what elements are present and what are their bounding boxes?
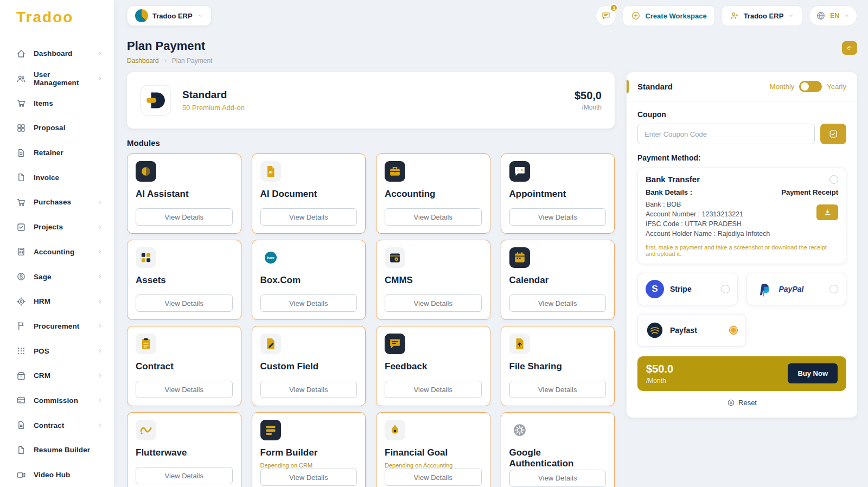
module-card-ai-document: AI AI Document View Details <box>252 153 366 234</box>
custom-field-icon <box>260 334 281 354</box>
financial-goal-icon <box>385 420 405 440</box>
bank-transfer-title: Bank Transfer <box>646 175 700 184</box>
chevron-right-icon <box>97 224 103 230</box>
bank-transfer-radio[interactable] <box>829 175 838 184</box>
box-icon <box>16 371 26 381</box>
chevron-right-icon <box>163 58 168 63</box>
messages-button[interactable]: 1 <box>596 5 616 26</box>
sidebar-item-sage[interactable]: Sage <box>0 264 114 289</box>
view-details-button[interactable]: View Details <box>260 469 358 486</box>
sidebar-item-dashboard[interactable]: Dashboard <box>0 41 114 66</box>
sidebar-item-label: Resume Builder <box>34 446 90 454</box>
view-details-button[interactable]: View Details <box>509 381 607 398</box>
view-details-button[interactable]: View Details <box>509 208 607 226</box>
sidebar-item-procurement[interactable]: Procurement <box>0 314 114 339</box>
view-details-button[interactable]: View Details <box>509 470 607 487</box>
stripe-icon: S <box>646 280 664 298</box>
sidebar-item-video-hub[interactable]: Video Hub <box>0 463 114 487</box>
view-details-button[interactable]: View Details <box>136 208 233 226</box>
workspace-selector[interactable]: Tradoo ERP <box>127 5 212 26</box>
sidebar: Tradoo Dashboard User Management Items P… <box>0 0 114 487</box>
payfast-radio[interactable] <box>729 326 738 335</box>
module-title: Custom Field <box>260 361 358 372</box>
users-icon <box>16 74 26 84</box>
module-card-assets: Assets View Details <box>127 240 241 320</box>
language-selector[interactable]: EN <box>809 5 857 26</box>
total-period: /Month <box>646 377 673 385</box>
chevron-right-icon <box>97 422 103 428</box>
view-details-button[interactable]: View Details <box>136 381 233 398</box>
stripe-radio[interactable] <box>721 285 730 293</box>
breadcrumb-current: Plan Payment <box>172 57 213 65</box>
bank-detail-line: Account Number : 12313213221 <box>646 209 770 219</box>
view-details-button[interactable]: View Details <box>260 381 358 398</box>
sidebar-item-invoice[interactable]: Invoice <box>0 165 114 190</box>
billing-toggle[interactable] <box>799 81 822 92</box>
view-details-button[interactable]: View Details <box>136 467 233 484</box>
module-title: Flutterwave <box>136 447 233 458</box>
sidebar-item-user-management[interactable]: User Management <box>0 66 114 91</box>
sidebar-item-projects[interactable]: Projects <box>0 215 114 240</box>
sidebar-item-commission[interactable]: Commission <box>0 388 114 413</box>
chevron-right-icon <box>97 397 103 403</box>
chevron-right-icon <box>97 373 103 379</box>
paypal-card[interactable]: PayPal <box>746 273 847 305</box>
sidebar-item-accounting[interactable]: Accounting <box>0 240 114 265</box>
view-details-button[interactable]: View Details <box>385 381 482 398</box>
view-details-button[interactable]: View Details <box>385 469 482 486</box>
sidebar-item-label: User Management <box>34 71 97 87</box>
sidebar-item-purchases[interactable]: Purchases <box>0 190 114 215</box>
view-details-button[interactable]: View Details <box>260 208 358 226</box>
view-details-button[interactable]: View Details <box>260 294 358 312</box>
account-menu-button[interactable]: Tradoo ERP <box>722 5 803 26</box>
sidebar-item-pos[interactable]: POS <box>0 338 114 363</box>
sidebar-item-retainer[interactable]: Retainer <box>0 140 114 165</box>
module-title: Financial Goal <box>385 447 482 458</box>
doc-icon <box>16 420 26 430</box>
check-square-icon <box>16 222 26 232</box>
sidebar-item-items[interactable]: Items <box>0 91 114 116</box>
file-icon <box>16 172 26 182</box>
create-workspace-button[interactable]: Create Workspace <box>623 5 714 26</box>
bank-transfer-card[interactable]: Bank Transfer Bank Details : Bank : BOBA… <box>637 168 846 264</box>
sidebar-item-proposal[interactable]: Proposal <box>0 116 114 140</box>
view-details-button[interactable]: View Details <box>385 294 482 312</box>
coupon-input[interactable] <box>637 124 815 144</box>
upload-receipt-button[interactable] <box>816 204 838 220</box>
apply-coupon-button[interactable] <box>820 124 846 144</box>
sidebar-item-crm[interactable]: CRM <box>0 363 114 388</box>
dots-icon <box>16 346 26 356</box>
buy-now-button[interactable]: Buy Now <box>788 363 838 383</box>
payfast-card[interactable]: Payfast <box>637 314 746 347</box>
module-title: Accounting <box>385 189 482 200</box>
bank-detail-line: Account Holder Name : Rajodiya Infotech <box>646 229 770 239</box>
sidebar-item-resume-builder[interactable]: Resume Builder <box>0 438 114 463</box>
feedback-icon <box>385 334 405 354</box>
return-icon <box>846 44 853 52</box>
sidebar-item-contract[interactable]: Contract <box>0 413 114 438</box>
payment-receipt-label: Payment Receipt <box>781 188 838 196</box>
paypal-radio[interactable] <box>829 285 838 293</box>
bank-detail-line: IFSC Code : UTTAR PRADESH <box>646 219 770 229</box>
chevron-down-icon <box>844 12 850 19</box>
chat-icon <box>601 11 611 21</box>
user-plus-icon <box>730 11 739 21</box>
back-button[interactable] <box>842 41 857 55</box>
squares-icon <box>16 123 26 133</box>
breadcrumb-dashboard[interactable]: Dashboard <box>127 57 159 65</box>
module-title: Assets <box>136 275 233 286</box>
stripe-card[interactable]: S Stripe <box>637 273 738 305</box>
sidebar-item-hrm[interactable]: HRM <box>0 289 114 314</box>
module-title: CMMS <box>385 275 482 286</box>
reset-button[interactable]: Reset <box>637 399 846 407</box>
view-details-button[interactable]: View Details <box>136 294 233 312</box>
view-details-button[interactable]: View Details <box>509 294 607 312</box>
brand-logo[interactable]: Tradoo <box>0 0 114 30</box>
breadcrumb: Dashboard Plan Payment <box>127 57 212 65</box>
calc-icon <box>16 247 26 257</box>
account-label: Tradoo ERP <box>744 12 784 20</box>
sidebar-item-label: Video Hub <box>34 471 70 479</box>
page-title: Plan Payment <box>127 39 212 53</box>
reset-icon <box>727 399 735 407</box>
view-details-button[interactable]: View Details <box>385 208 482 226</box>
